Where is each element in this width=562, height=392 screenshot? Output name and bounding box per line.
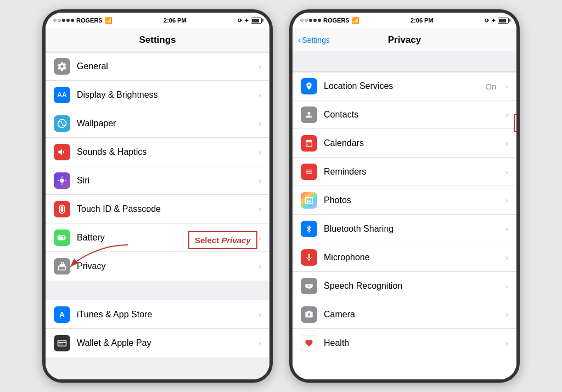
settings-item-battery[interactable]: Battery › — [46, 223, 269, 252]
siri-label: Siri — [77, 176, 252, 186]
privacy-icon — [54, 258, 70, 275]
orientation-icon-1: ⟳ — [238, 18, 242, 24]
privacy-item-reminders[interactable]: Reminders › — [293, 158, 516, 186]
itunes-chevron: › — [258, 310, 261, 319]
settings-item-general[interactable]: General › — [46, 52, 269, 81]
privacy-label: Privacy — [77, 261, 252, 271]
contacts-label: Contacts — [324, 110, 499, 120]
carrier-label-2: ROGERS — [323, 17, 350, 24]
time-label-1: 2:06 PM — [164, 17, 187, 24]
settings-item-wallpaper[interactable]: Wallpaper › — [46, 109, 269, 138]
calendars-icon — [301, 135, 317, 152]
status-bar-2: ROGERS 📶 2:06 PM ⟳ ✦ — [293, 13, 516, 28]
camera-label: Camera — [324, 310, 499, 320]
settings-item-touchid[interactable]: Touch ID & Passcode › — [46, 195, 269, 223]
microphone-label: Microphone — [324, 253, 499, 262]
settings-item-wallet[interactable]: Wallet & Apple Pay › — [46, 329, 269, 357]
svg-rect-12 — [307, 144, 308, 144]
status-left-1: ROGERS 📶 — [53, 17, 113, 24]
battery-icon-2 — [498, 18, 509, 24]
battery-fill-1 — [252, 19, 259, 23]
back-label-2: Settings — [302, 36, 330, 44]
siri-chevron: › — [258, 176, 261, 185]
orientation-icon-2: ⟳ — [485, 18, 489, 24]
signal-dot — [309, 19, 312, 22]
privacy-item-photos[interactable]: Photos › — [293, 186, 516, 215]
svg-point-13 — [307, 198, 308, 199]
wallpaper-chevron: › — [258, 119, 261, 128]
back-chevron-2: ‹ — [298, 35, 301, 45]
privacy-item-location[interactable]: Location Services On › — [293, 72, 516, 100]
settings-item-siri[interactable]: Siri › — [46, 166, 269, 195]
signal-dot — [305, 19, 308, 22]
calendars-label: Calendars — [324, 138, 499, 148]
display-icon: AA — [54, 87, 70, 103]
bluetooth-icon-1: ✦ — [244, 18, 249, 24]
speech-chevron: › — [505, 282, 508, 290]
battery-chevron: › — [258, 233, 261, 242]
phone-privacy: ROGERS 📶 2:06 PM ⟳ ✦ ‹ Settings Privacy — [289, 9, 520, 383]
privacy-item-contacts[interactable]: Contacts › — [293, 100, 516, 129]
itunes-icon: A — [54, 306, 70, 323]
status-right-2: ⟳ ✦ — [485, 18, 509, 24]
reminders-chevron: › — [505, 167, 508, 176]
privacy-list: Location Services On › Contacts › Calend… — [293, 72, 516, 379]
sounds-icon — [54, 144, 70, 160]
back-button-2[interactable]: ‹ Settings — [298, 35, 330, 45]
bluetooth-icon-2: ✦ — [491, 18, 496, 24]
photos-label: Photos — [324, 195, 499, 205]
signal-dot — [62, 19, 65, 22]
health-label: Health — [324, 338, 499, 348]
microphone-chevron: › — [505, 253, 508, 262]
signal-dots-2 — [300, 19, 321, 22]
speech-icon — [301, 278, 317, 294]
speech-label: Speech Recognition — [324, 281, 499, 291]
touchid-icon — [54, 201, 70, 217]
health-icon — [301, 335, 317, 351]
wifi-icon-1: 📶 — [105, 17, 113, 24]
privacy-item-bluetooth[interactable]: Bluetooth Sharing › — [293, 215, 516, 243]
carrier-label-1: ROGERS — [76, 17, 103, 24]
signal-dot — [313, 19, 317, 22]
camera-icon — [301, 306, 317, 323]
sounds-chevron: › — [258, 148, 261, 156]
microphone-icon — [301, 249, 317, 266]
time-label-2: 2:06 PM — [411, 17, 434, 24]
svg-rect-11 — [310, 142, 311, 143]
signal-dot — [71, 19, 74, 22]
wallet-chevron: › — [258, 339, 261, 348]
privacy-item-camera[interactable]: Camera › — [293, 300, 516, 329]
svg-rect-4 — [58, 340, 66, 346]
status-left-2: ROGERS 📶 — [300, 17, 359, 24]
sounds-label: Sounds & Haptics — [77, 147, 252, 157]
svg-rect-7 — [61, 344, 63, 345]
settings-item-privacy[interactable]: Privacy › — [46, 252, 269, 281]
contacts-chevron: › — [505, 110, 508, 119]
settings-item-sounds[interactable]: Sounds & Haptics › — [46, 138, 269, 166]
signal-dots-1 — [53, 19, 74, 22]
privacy-item-calendars[interactable]: Calendars › — [293, 129, 516, 158]
photos-icon — [301, 192, 317, 209]
wifi-icon-2: 📶 — [352, 17, 359, 24]
siri-icon — [54, 172, 70, 189]
reminders-icon — [301, 164, 317, 180]
battery-item-icon — [54, 229, 70, 246]
privacy-chevron: › — [258, 262, 261, 271]
settings-item-display[interactable]: AA Display & Brightness › — [46, 81, 269, 109]
privacy-item-health[interactable]: Health › — [293, 329, 516, 357]
bluetooth-label: Bluetooth Sharing — [324, 224, 499, 234]
privacy-item-microphone[interactable]: Microphone › — [293, 243, 516, 272]
battery-fill-2 — [499, 19, 506, 23]
privacy-item-speech[interactable]: Speech Recognition › — [293, 272, 516, 300]
itunes-label: iTunes & App Store — [77, 310, 252, 320]
general-icon — [54, 58, 70, 75]
settings-item-itunes[interactable]: A iTunes & App Store › — [46, 300, 269, 329]
reminders-label: Reminders — [324, 167, 499, 177]
camera-chevron: › — [505, 310, 508, 319]
svg-rect-9 — [307, 142, 308, 143]
wallpaper-icon — [54, 115, 70, 132]
calendars-chevron: › — [505, 139, 508, 148]
location-label: Location Services — [324, 81, 479, 91]
status-right-1: ⟳ ✦ — [238, 18, 262, 24]
svg-rect-6 — [59, 344, 61, 345]
